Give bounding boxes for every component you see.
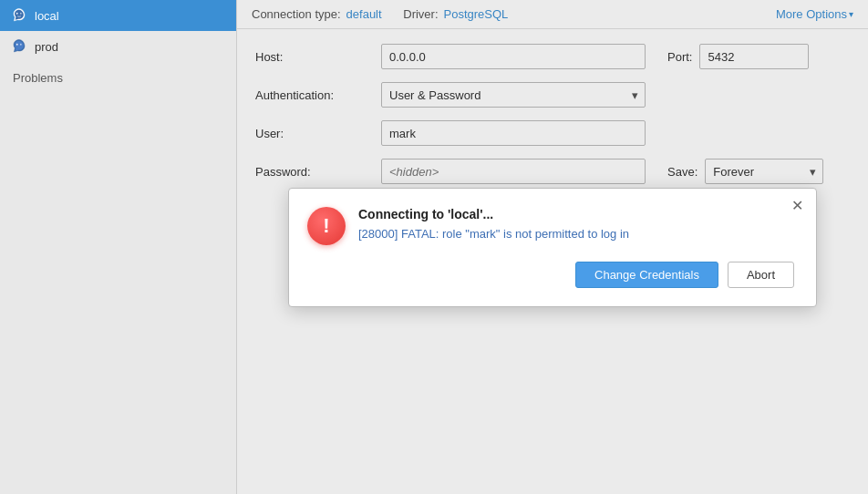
error-dialog: ✕ ! Connecting to 'local'... [28000] FAT… (288, 188, 817, 307)
sidebar-item-prod[interactable]: prod (0, 31, 236, 62)
dialog-body: ! Connecting to 'local'... [28000] FATAL… (307, 207, 794, 245)
sidebar-problems[interactable]: Problems (0, 62, 236, 94)
dialog-actions: Change Credentials Abort (307, 262, 794, 288)
svg-point-1 (20, 13, 22, 15)
postgres-icon-local (11, 7, 27, 24)
abort-button[interactable]: Abort (728, 262, 794, 288)
sidebar-prod-label: prod (35, 40, 58, 54)
svg-point-3 (20, 44, 22, 46)
dialog-message: [28000] FATAL: role "mark" is not permit… (358, 227, 794, 241)
dialog-title: Connecting to 'local'... (358, 207, 794, 221)
svg-point-0 (16, 13, 18, 15)
sidebar-local-label: local (35, 9, 59, 23)
svg-point-2 (16, 44, 18, 46)
dialog-overlay: ✕ ! Connecting to 'local'... [28000] FAT… (237, 0, 868, 494)
postgres-icon-prod (11, 38, 27, 55)
main-panel: Connection type: default Driver: Postgre… (237, 0, 868, 494)
change-credentials-button[interactable]: Change Credentials (575, 262, 718, 288)
error-icon: ! (307, 207, 346, 245)
dialog-text: Connecting to 'local'... [28000] FATAL: … (358, 207, 794, 241)
sidebar: local prod Problems (0, 0, 237, 494)
dialog-close-button[interactable]: ✕ (787, 196, 807, 216)
close-icon: ✕ (791, 197, 803, 214)
sidebar-item-local[interactable]: local (0, 0, 236, 31)
